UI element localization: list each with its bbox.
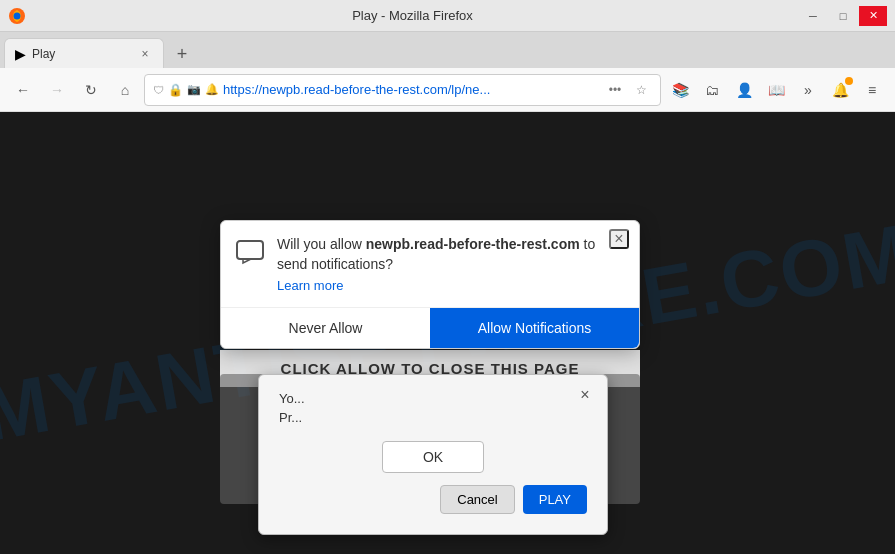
extensions-button[interactable]: » [793, 75, 823, 105]
notifications-bell-button[interactable]: 🔔 [825, 75, 855, 105]
back-button[interactable]: ← [8, 75, 38, 105]
reading-button[interactable]: 📖 [761, 75, 791, 105]
popup-message-container: Will you allow newpb.read-before-the-res… [277, 235, 599, 293]
tab-close-button[interactable]: × [137, 46, 153, 62]
svg-rect-2 [237, 241, 263, 259]
camera-icon: 📷 [187, 83, 201, 96]
home-button[interactable]: ⌂ [110, 75, 140, 105]
url-bar-actions: ••• ☆ [604, 79, 652, 101]
containers-icon: 🗂 [705, 82, 719, 98]
minimize-button[interactable]: ─ [799, 6, 827, 26]
popup-close-button[interactable]: × [609, 229, 629, 249]
inner-dialog-close-button[interactable]: × [575, 385, 595, 405]
new-tab-button[interactable]: + [168, 40, 196, 68]
extensions-icon: » [804, 82, 812, 98]
bookmark-star-button[interactable]: ☆ [630, 79, 652, 101]
title-bar-left [8, 7, 26, 25]
inner-dialog-line2: Pr... [279, 410, 567, 425]
reload-button[interactable]: ↻ [76, 75, 106, 105]
notification-popup: × Will you allow newpb.read-before-the-r… [220, 220, 640, 349]
popup-domain: newpb.read-before-the-rest.com [366, 236, 580, 252]
active-tab[interactable]: ▶ Play × [4, 38, 164, 68]
never-allow-button[interactable]: Never Allow [221, 308, 430, 348]
inner-dialog-extra-buttons: Cancel PLAY [279, 485, 587, 514]
title-bar: Play - Mozilla Firefox ─ □ ✕ [0, 0, 895, 32]
profile-button[interactable]: 👤 [729, 75, 759, 105]
url-bar[interactable]: 🛡 🔒 📷 🔔 https://newpb.read-before-the-re… [144, 74, 661, 106]
learn-more-link[interactable]: Learn more [277, 278, 599, 293]
firefox-icon [8, 7, 26, 25]
window-controls: ─ □ ✕ [799, 6, 887, 26]
tab-title: Play [32, 47, 131, 61]
tab-favicon: ▶ [15, 46, 26, 62]
inner-dialog-line1: Yo... [279, 391, 567, 406]
ok-button[interactable]: OK [382, 441, 484, 473]
svg-point-1 [14, 12, 21, 19]
page-content: MYANTISPYWARE.COM Press "Allow" to watch… [0, 112, 895, 554]
popup-buttons: Never Allow Allow Notifications [221, 307, 639, 348]
inner-dialog-buttons: OK [279, 441, 587, 473]
menu-button[interactable]: ≡ [857, 75, 887, 105]
notification-badge [845, 77, 853, 85]
tab-bar: ▶ Play × + [0, 32, 895, 68]
chat-icon [235, 237, 267, 269]
popup-message-start: Will you allow [277, 236, 366, 252]
popup-message-text: Will you allow newpb.read-before-the-res… [277, 235, 599, 274]
shield-icon: 🛡 [153, 84, 164, 96]
play-button[interactable]: PLAY [523, 485, 587, 514]
nav-bar: ← → ↻ ⌂ 🛡 🔒 📷 🔔 https://newpb.read-befor… [0, 68, 895, 112]
inner-dialog: × Yo... Pr... OK Cancel PLAY [258, 374, 608, 535]
forward-button[interactable]: → [42, 75, 72, 105]
cancel-button[interactable]: Cancel [440, 485, 514, 514]
window-title: Play - Mozilla Firefox [26, 8, 799, 23]
more-actions-button[interactable]: ••• [604, 79, 626, 101]
lock-icon: 🔒 [168, 83, 183, 97]
bookmarks-button[interactable]: 📚 [665, 75, 695, 105]
allow-notifications-button[interactable]: Allow Notifications [430, 308, 639, 348]
popup-top: Will you allow newpb.read-before-the-res… [221, 221, 639, 303]
toolbar-right: 📚 🗂 👤 📖 » 🔔 ≡ [665, 75, 887, 105]
inner-dialog-text: Yo... Pr... [279, 391, 587, 425]
maximize-button[interactable]: □ [829, 6, 857, 26]
close-button[interactable]: ✕ [859, 6, 887, 26]
notification-icon: 🔔 [205, 83, 219, 96]
containers-button[interactable]: 🗂 [697, 75, 727, 105]
profile-icon: 👤 [736, 82, 753, 98]
browser-window: Play - Mozilla Firefox ─ □ ✕ ▶ Play × + … [0, 0, 895, 554]
reading-icon: 📖 [768, 82, 785, 98]
url-text: https://newpb.read-before-the-rest.com/l… [223, 82, 600, 97]
hamburger-icon: ≡ [868, 82, 876, 98]
bookmarks-icon: 📚 [672, 82, 689, 98]
